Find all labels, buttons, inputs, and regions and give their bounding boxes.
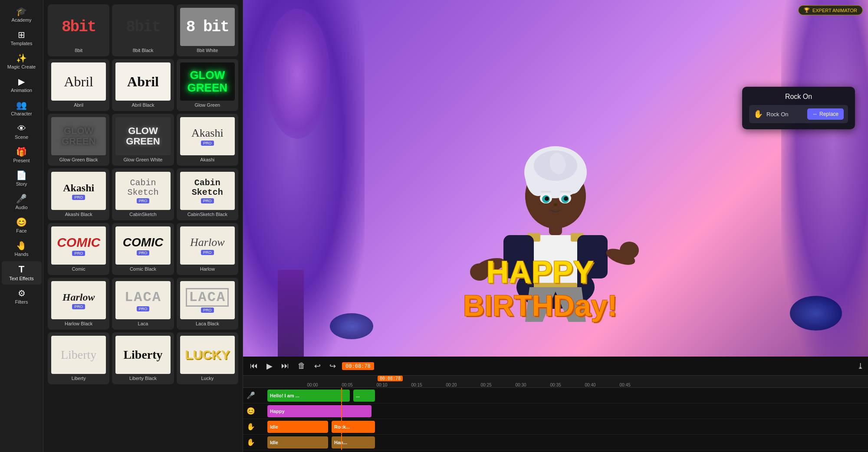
timeline-tracks: 🎤 Hello! I am ... ... 😊 Happy ✋ bbox=[243, 388, 868, 452]
font-card-8bit-black[interactable]: 8bit 8bit Black bbox=[112, 4, 174, 56]
sidebar-item-label: Text Effects bbox=[9, 276, 34, 281]
sidebar-item-label: Hands bbox=[15, 252, 29, 257]
track-content-hands1: Idle Rock... bbox=[259, 419, 868, 434]
scene-icon: 👁 bbox=[17, 124, 26, 133]
sidebar-item-hands[interactable]: 🤚 Hands bbox=[2, 238, 42, 260]
font-card-harlow[interactable]: Harlow PRO Harlow bbox=[177, 223, 238, 275]
timeline-skip-back[interactable]: ⏮ bbox=[247, 360, 260, 371]
font-panel: 8bit 8bit 8bit 8bit Black 8 bit 8bit Whi… bbox=[43, 0, 243, 452]
face-icon: 😊 bbox=[16, 218, 27, 226]
font-card-cabin-sketch-black[interactable]: CabinSketch PRO CabinSketch Black bbox=[177, 168, 238, 220]
font-card-comic[interactable]: COMIC PRO Comic bbox=[48, 223, 109, 275]
sidebar-item-label: Academy bbox=[12, 17, 32, 23]
font-card-laca-black[interactable]: LACA PRO Laca Black bbox=[177, 278, 238, 330]
sidebar-item-templates[interactable]: ⊞ Templates bbox=[2, 27, 42, 49]
svg-point-22 bbox=[564, 197, 568, 201]
font-card-cabin-sketch[interactable]: CabinSketch PRO CabinSketch bbox=[112, 168, 174, 220]
ruler-mark: 00:15 bbox=[399, 383, 434, 387]
sidebar-item-animation[interactable]: ▶ Animation bbox=[2, 74, 42, 96]
replace-button[interactable]: ↔ Replace bbox=[807, 108, 844, 120]
rock-on-title: Rock On bbox=[749, 93, 848, 101]
sidebar-item-label: Story bbox=[16, 181, 27, 187]
font-card-8bit-white[interactable]: 8 bit 8bit White bbox=[177, 4, 238, 56]
timecode: 00:08:78 bbox=[342, 362, 374, 370]
sidebar-item-label: Magic Create bbox=[7, 64, 36, 69]
timeline-skip-forward[interactable]: ⏭ bbox=[279, 360, 292, 371]
track-icon-hands2: ✋ bbox=[243, 438, 259, 446]
font-card-laca[interactable]: LACA PRO Laca bbox=[112, 278, 174, 330]
track-icon-emotion: 😊 bbox=[243, 407, 259, 415]
sidebar-item-character[interactable]: 👥 Character bbox=[2, 97, 42, 120]
bush-left bbox=[330, 313, 373, 339]
sidebar-item-label: Templates bbox=[10, 41, 32, 46]
font-card-abril-black[interactable]: Abril Abril Black bbox=[112, 59, 174, 111]
hands-icon: 🤚 bbox=[16, 241, 27, 250]
sidebar-item-face[interactable]: 😊 Face bbox=[2, 214, 42, 237]
svg-rect-24 bbox=[560, 191, 571, 193]
font-card-liberty[interactable]: Liberty Liberty bbox=[48, 332, 109, 384]
font-card-liberty-black[interactable]: Liberty Liberty Black bbox=[112, 332, 174, 384]
character-icon: 👥 bbox=[16, 101, 27, 109]
ruler-mark: 00:30 bbox=[503, 383, 538, 387]
sidebar-item-academy[interactable]: 🎓 Academy bbox=[2, 3, 42, 26]
font-card-akashi[interactable]: Akashi PRO Akashi bbox=[177, 114, 238, 166]
scene-background: HAPPY BIRTHDay! Rock On ✋ Rock On ↔ Repl… bbox=[243, 0, 868, 357]
tree-canopy bbox=[265, 9, 330, 139]
sidebar-item-label: Filters bbox=[15, 299, 28, 305]
birthday-line1: HAPPY bbox=[463, 255, 617, 289]
templates-icon: ⊞ bbox=[18, 30, 25, 39]
sidebar-item-story[interactable]: 📄 Story bbox=[2, 167, 42, 190]
timeline-toolbar: ⏮ ▶ ⏭ 🗑 ↩ ↪ 00:08:78 ⤓ bbox=[243, 357, 868, 376]
timeline-collapse[interactable]: ⤓ bbox=[857, 361, 864, 371]
font-card-glow-green-white[interactable]: GLOW GREEN Glow Green White bbox=[112, 114, 174, 166]
magic-create-icon: ✨ bbox=[16, 54, 27, 62]
font-card-lucky[interactable]: LUCKY Lucky bbox=[177, 332, 238, 384]
ruler-mark: 00:05 bbox=[330, 383, 365, 387]
sidebar-item-magic-create[interactable]: ✨ Magic Create bbox=[2, 50, 42, 73]
rock-on-item-label: Rock On bbox=[766, 111, 789, 118]
sidebar-item-present[interactable]: 🎁 Present bbox=[2, 144, 42, 167]
svg-point-25 bbox=[553, 203, 558, 206]
sidebar-item-audio[interactable]: 🎤 Audio bbox=[2, 191, 42, 213]
sidebar-item-scene[interactable]: 👁 Scene bbox=[2, 121, 42, 143]
track-icon-hands1: ✋ bbox=[243, 423, 259, 431]
sidebar-item-filters[interactable]: ⚙ Filters bbox=[2, 285, 42, 308]
clip-idle1[interactable]: Idle bbox=[267, 421, 328, 433]
font-card-glow-green-black[interactable]: GLOW GREEN Glow Green Black bbox=[48, 114, 109, 166]
story-icon: 📄 bbox=[16, 171, 27, 180]
sidebar-item-label: Scene bbox=[15, 134, 28, 140]
preview-area: HAPPY BIRTHDay! Rock On ✋ Rock On ↔ Repl… bbox=[243, 0, 868, 357]
font-card-comic-black[interactable]: COMIC PRO Comic Black bbox=[112, 223, 174, 275]
ruler-mark: 00:40 bbox=[573, 383, 608, 387]
rock-on-popup: Rock On ✋ Rock On ↔ Replace bbox=[742, 87, 855, 129]
track-content-hands2: Idle Han... bbox=[259, 435, 868, 450]
font-card-harlow-black[interactable]: Harlow PRO Harlow Black bbox=[48, 278, 109, 330]
timeline-redo[interactable]: ↪ bbox=[327, 360, 339, 372]
clip-idle2[interactable]: Idle bbox=[267, 436, 328, 449]
ruler-mark: 00:35 bbox=[538, 383, 573, 387]
ruler-mark: 00:20 bbox=[434, 383, 469, 387]
timeline-play[interactable]: ▶ bbox=[264, 360, 275, 372]
track-row-emotion: 😊 Happy bbox=[243, 403, 868, 419]
timeline-undo[interactable]: ↩ bbox=[312, 360, 323, 372]
clip-hello[interactable]: Hello! I am ... bbox=[267, 390, 350, 402]
bush-right bbox=[790, 296, 842, 331]
font-card-akashi-black[interactable]: Akashi PRO Akashi Black bbox=[48, 168, 109, 220]
clip-dots[interactable]: ... bbox=[353, 390, 375, 402]
expert-badge-label: EXPERT ANIMATOR bbox=[812, 8, 857, 13]
sidebar-item-label: Audio bbox=[15, 205, 27, 210]
font-card-glow-green[interactable]: GLOW GREEN Glow Green bbox=[177, 59, 238, 111]
birthday-line2: BIRTHDay! bbox=[463, 289, 617, 322]
clip-rock[interactable]: Rock... bbox=[332, 421, 375, 433]
font-card-8bit[interactable]: 8bit 8bit bbox=[48, 4, 109, 56]
sidebar-item-label: Character bbox=[11, 111, 32, 116]
sidebar-item-label: Face bbox=[16, 228, 26, 233]
track-row-hands2: ✋ Idle Han... bbox=[243, 435, 868, 450]
clip-han[interactable]: Han... bbox=[332, 436, 375, 449]
rock-on-item: ✋ Rock On ↔ Replace bbox=[749, 105, 848, 123]
font-grid: 8bit 8bit 8bit 8bit Black 8 bit 8bit Whi… bbox=[48, 4, 238, 384]
font-card-abril[interactable]: Abril Abril bbox=[48, 59, 109, 111]
timeline-delete[interactable]: 🗑 bbox=[295, 360, 308, 371]
sidebar-item-text-effects[interactable]: T Text Effects bbox=[2, 261, 42, 285]
clip-happy[interactable]: Happy bbox=[267, 405, 372, 417]
